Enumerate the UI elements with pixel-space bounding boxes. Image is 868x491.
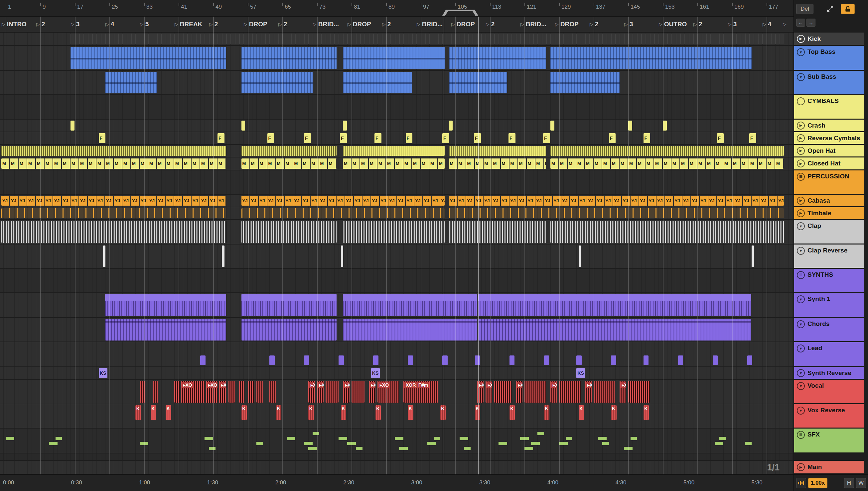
- locator-brid-[interactable]: ▷BRID...: [313, 17, 339, 32]
- clip[interactable]: [241, 146, 336, 156]
- track-header-synth-reverse[interactable]: ▼Synth Reverse: [794, 367, 864, 380]
- clip[interactable]: [611, 355, 616, 365]
- clip[interactable]: ▸XO: [206, 381, 217, 403]
- clip[interactable]: [228, 381, 235, 403]
- clip[interactable]: [475, 355, 480, 365]
- clip[interactable]: [343, 294, 477, 316]
- clip[interactable]: F: [406, 133, 413, 143]
- waveform-icon[interactable]: [796, 478, 806, 488]
- locator-drop[interactable]: ▷DROP: [348, 17, 371, 32]
- clip[interactable]: [71, 47, 226, 69]
- clip[interactable]: F: [375, 133, 381, 143]
- midi-note[interactable]: [256, 442, 263, 445]
- clip[interactable]: ▸XO: [550, 381, 557, 403]
- clip[interactable]: [752, 246, 754, 267]
- clip[interactable]: [341, 246, 344, 267]
- track-header-sfx[interactable]: ≡SFX: [794, 429, 864, 454]
- clip[interactable]: K: [475, 405, 481, 420]
- clip[interactable]: [550, 146, 784, 156]
- clip[interactable]: [343, 72, 412, 93]
- clip[interactable]: [544, 355, 549, 365]
- clip[interactable]: ▸XO: [377, 381, 399, 403]
- play-icon[interactable]: ▶: [797, 160, 805, 167]
- clip[interactable]: [644, 355, 649, 365]
- locator-4[interactable]: ▷4: [105, 17, 114, 32]
- clip[interactable]: ▸XO: [219, 381, 226, 403]
- locator-2[interactable]: ▷2: [382, 17, 391, 32]
- lane-chords[interactable]: [0, 318, 793, 342]
- clip[interactable]: [449, 72, 508, 93]
- clip[interactable]: F: [609, 133, 616, 143]
- clip[interactable]: [248, 381, 254, 403]
- clip[interactable]: [449, 47, 546, 69]
- play-icon[interactable]: ▶: [797, 35, 805, 43]
- lane-clap[interactable]: [0, 220, 793, 244]
- midi-note[interactable]: [287, 437, 295, 440]
- unfold-icon[interactable]: ▼: [797, 382, 805, 390]
- midi-note[interactable]: [498, 442, 507, 445]
- clip[interactable]: [352, 381, 364, 403]
- lane-closed-hat[interactable]: MMMMMMMMMMMMMMMMMMMMMMMMMMMMMMMMMMMMMMMM…: [0, 157, 793, 170]
- clip[interactable]: K: [241, 405, 247, 420]
- clip[interactable]: [343, 221, 445, 243]
- unfold-icon[interactable]: ▼: [797, 345, 805, 352]
- lane-open-hat[interactable]: [0, 145, 793, 157]
- play-icon[interactable]: ▶: [797, 147, 805, 155]
- clip[interactable]: [550, 221, 784, 243]
- locator-2[interactable]: ▷2: [36, 17, 45, 32]
- forward-arrow-button[interactable]: →: [807, 19, 815, 27]
- locator-drop[interactable]: ▷DROP: [244, 17, 267, 32]
- locator-5[interactable]: ▷5: [140, 17, 148, 32]
- locator-brid-[interactable]: ▷BRID...: [520, 17, 546, 32]
- lane-lead[interactable]: [0, 342, 793, 367]
- clip[interactable]: [449, 146, 546, 156]
- unfold-icon[interactable]: ▼: [797, 73, 805, 81]
- clip[interactable]: [478, 319, 752, 341]
- clip[interactable]: [241, 208, 445, 218]
- clip[interactable]: [550, 121, 554, 131]
- lane-cymbals[interactable]: [0, 95, 793, 120]
- lane-vox-reverse[interactable]: KKKKKKKKKKKKKKKK: [0, 404, 793, 429]
- clip[interactable]: MMMMMMMMMMMM: [449, 158, 546, 169]
- midi-note[interactable]: [347, 442, 356, 445]
- clip[interactable]: [550, 47, 752, 69]
- midi-note[interactable]: [524, 447, 533, 450]
- clip[interactable]: F: [442, 133, 449, 143]
- clip[interactable]: [200, 355, 206, 365]
- locator-2[interactable]: ▷2: [486, 17, 494, 32]
- midi-note[interactable]: [745, 442, 752, 445]
- clip[interactable]: [408, 355, 413, 365]
- clip[interactable]: [1, 221, 226, 243]
- midi-note[interactable]: [434, 437, 440, 440]
- track-header-clap[interactable]: ▼Clap: [794, 220, 864, 244]
- play-icon[interactable]: ▶: [797, 122, 805, 129]
- clip[interactable]: K: [376, 405, 381, 420]
- clip[interactable]: MMMMMMMMMMMMMMMMMMMMMMMMMMM: [550, 158, 784, 169]
- clip[interactable]: F: [474, 133, 481, 143]
- clip[interactable]: [304, 355, 309, 365]
- clip[interactable]: K: [579, 405, 584, 420]
- clip[interactable]: K: [341, 405, 347, 420]
- expand-window-icon[interactable]: [824, 4, 836, 14]
- clip[interactable]: [140, 381, 145, 403]
- track-header-top-bass[interactable]: ▼Top Bass: [794, 46, 864, 71]
- clip[interactable]: K: [135, 405, 141, 420]
- clip[interactable]: [338, 355, 344, 365]
- clip[interactable]: ▸XO: [317, 381, 324, 403]
- clip[interactable]: [478, 294, 752, 316]
- lane-percussion[interactable]: [0, 170, 793, 195]
- clip[interactable]: K: [151, 405, 156, 420]
- bar-ruler[interactable]: 1917253341495765738189971051131211291371…: [0, 0, 793, 17]
- midi-note[interactable]: [520, 437, 529, 440]
- unfold-icon[interactable]: ▼: [797, 407, 805, 414]
- track-header-clap-reverse[interactable]: ▼Clap Reverse: [794, 244, 864, 269]
- lane-main[interactable]: 1/1: [0, 461, 793, 474]
- clip[interactable]: MMMMMMMMMMMMMMMMMMMMMMMMMM: [1, 158, 226, 169]
- clip[interactable]: MMMMMMMMMMMM: [343, 158, 445, 169]
- lane-crash[interactable]: [0, 120, 793, 132]
- locator-spacer[interactable]: ▷: [783, 17, 787, 32]
- clip[interactable]: K: [510, 405, 515, 420]
- midi-note[interactable]: [304, 442, 313, 445]
- clip[interactable]: XOR_F#m: [403, 381, 438, 403]
- clip[interactable]: ▸XO: [620, 381, 626, 403]
